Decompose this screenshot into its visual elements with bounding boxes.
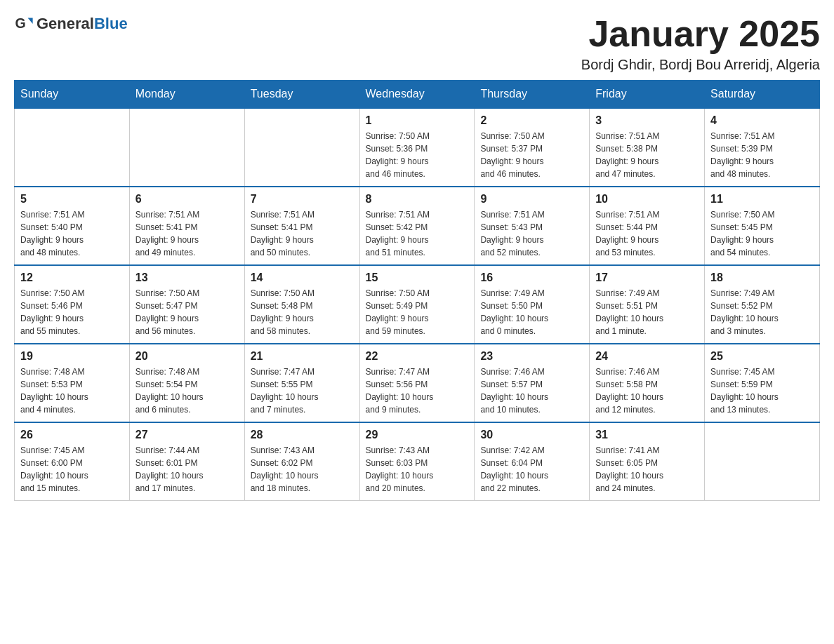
calendar-cell: 1Sunrise: 7:50 AM Sunset: 5:36 PM Daylig… [359,108,475,187]
day-number: 16 [480,271,583,284]
weekday-header-sunday: Sunday [15,81,130,109]
day-number: 18 [710,271,814,284]
calendar-cell: 18Sunrise: 7:49 AM Sunset: 5:52 PM Dayli… [705,265,820,344]
day-number: 20 [135,350,239,363]
day-info: Sunrise: 7:45 AM Sunset: 5:59 PM Dayligh… [710,365,814,416]
calendar-cell: 17Sunrise: 7:49 AM Sunset: 5:51 PM Dayli… [590,265,705,344]
day-number: 8 [366,193,469,206]
day-number: 14 [251,271,354,284]
logo-text-blue: Blue [94,15,128,33]
calendar-week-3: 12Sunrise: 7:50 AM Sunset: 5:46 PM Dayli… [15,265,820,344]
calendar-cell: 20Sunrise: 7:48 AM Sunset: 5:54 PM Dayli… [129,344,244,422]
day-info: Sunrise: 7:41 AM Sunset: 6:05 PM Dayligh… [595,444,699,495]
day-number: 9 [480,193,583,206]
day-number: 2 [480,114,583,127]
day-info: Sunrise: 7:49 AM Sunset: 5:52 PM Dayligh… [710,287,814,337]
day-info: Sunrise: 7:50 AM Sunset: 5:37 PM Dayligh… [480,130,583,180]
day-number: 23 [480,350,583,363]
calendar-cell: 28Sunrise: 7:43 AM Sunset: 6:02 PM Dayli… [244,422,359,501]
day-number: 21 [251,350,354,363]
day-info: Sunrise: 7:51 AM Sunset: 5:41 PM Dayligh… [135,208,239,259]
day-number: 11 [710,193,814,206]
calendar-cell: 3Sunrise: 7:51 AM Sunset: 5:38 PM Daylig… [590,108,705,187]
calendar-body: 1Sunrise: 7:50 AM Sunset: 5:36 PM Daylig… [15,108,820,501]
calendar-cell: 11Sunrise: 7:50 AM Sunset: 5:45 PM Dayli… [705,187,820,265]
svg-marker-1 [28,18,33,24]
day-info: Sunrise: 7:48 AM Sunset: 5:54 PM Dayligh… [135,365,239,416]
weekday-header-monday: Monday [129,81,244,109]
day-number: 12 [20,271,124,284]
day-number: 19 [20,350,124,363]
day-number: 6 [135,193,239,206]
day-info: Sunrise: 7:51 AM Sunset: 5:41 PM Dayligh… [251,208,354,259]
day-info: Sunrise: 7:50 AM Sunset: 5:47 PM Dayligh… [135,287,239,337]
weekday-header-friday: Friday [590,81,705,109]
weekday-header-tuesday: Tuesday [244,81,359,109]
day-number: 28 [251,429,354,441]
header: G General Blue January 2025 Bordj Ghdir,… [14,14,820,73]
day-info: Sunrise: 7:46 AM Sunset: 5:57 PM Dayligh… [480,365,583,416]
calendar-cell: 13Sunrise: 7:50 AM Sunset: 5:47 PM Dayli… [129,265,244,344]
day-info: Sunrise: 7:47 AM Sunset: 5:55 PM Dayligh… [251,365,354,416]
calendar-cell: 21Sunrise: 7:47 AM Sunset: 5:55 PM Dayli… [244,344,359,422]
day-info: Sunrise: 7:50 AM Sunset: 5:46 PM Dayligh… [20,287,124,337]
calendar-cell: 30Sunrise: 7:42 AM Sunset: 6:04 PM Dayli… [475,422,590,501]
day-number: 26 [20,429,124,441]
day-number: 3 [595,114,699,127]
calendar-cell: 5Sunrise: 7:51 AM Sunset: 5:40 PM Daylig… [15,187,130,265]
calendar-cell: 6Sunrise: 7:51 AM Sunset: 5:41 PM Daylig… [129,187,244,265]
day-info: Sunrise: 7:43 AM Sunset: 6:02 PM Dayligh… [251,444,354,495]
day-info: Sunrise: 7:51 AM Sunset: 5:43 PM Dayligh… [480,208,583,259]
calendar-title: January 2025 [581,14,820,54]
day-info: Sunrise: 7:49 AM Sunset: 5:51 PM Dayligh… [595,287,699,337]
day-number: 10 [595,193,699,206]
day-info: Sunrise: 7:51 AM Sunset: 5:42 PM Dayligh… [366,208,469,259]
day-info: Sunrise: 7:51 AM Sunset: 5:38 PM Dayligh… [595,130,699,180]
day-number: 4 [710,114,814,127]
day-number: 1 [366,114,469,127]
logo: G General Blue [14,14,128,34]
weekday-header-wednesday: Wednesday [359,81,475,109]
calendar-cell: 14Sunrise: 7:50 AM Sunset: 5:48 PM Dayli… [244,265,359,344]
day-number: 29 [366,429,469,441]
day-info: Sunrise: 7:44 AM Sunset: 6:01 PM Dayligh… [135,444,239,495]
calendar-cell [244,108,359,187]
day-info: Sunrise: 7:43 AM Sunset: 6:03 PM Dayligh… [366,444,469,495]
calendar-cell: 12Sunrise: 7:50 AM Sunset: 5:46 PM Dayli… [15,265,130,344]
day-info: Sunrise: 7:50 AM Sunset: 5:45 PM Dayligh… [710,208,814,259]
calendar-cell: 23Sunrise: 7:46 AM Sunset: 5:57 PM Dayli… [475,344,590,422]
day-info: Sunrise: 7:50 AM Sunset: 5:49 PM Dayligh… [366,287,469,337]
calendar-cell [129,108,244,187]
day-info: Sunrise: 7:50 AM Sunset: 5:36 PM Dayligh… [366,130,469,180]
title-area: January 2025 Bordj Ghdir, Bordj Bou Arre… [581,14,820,73]
day-number: 5 [20,193,124,206]
day-number: 27 [135,429,239,441]
calendar-cell: 25Sunrise: 7:45 AM Sunset: 5:59 PM Dayli… [705,344,820,422]
calendar-week-4: 19Sunrise: 7:48 AM Sunset: 5:53 PM Dayli… [15,344,820,422]
day-number: 13 [135,271,239,284]
day-number: 7 [251,193,354,206]
day-info: Sunrise: 7:47 AM Sunset: 5:56 PM Dayligh… [366,365,469,416]
day-number: 31 [595,429,699,441]
calendar-cell: 15Sunrise: 7:50 AM Sunset: 5:49 PM Dayli… [359,265,475,344]
calendar-cell: 16Sunrise: 7:49 AM Sunset: 5:50 PM Dayli… [475,265,590,344]
day-number: 24 [595,350,699,363]
calendar-cell: 9Sunrise: 7:51 AM Sunset: 5:43 PM Daylig… [475,187,590,265]
day-number: 22 [366,350,469,363]
day-info: Sunrise: 7:46 AM Sunset: 5:58 PM Dayligh… [595,365,699,416]
day-info: Sunrise: 7:51 AM Sunset: 5:44 PM Dayligh… [595,208,699,259]
day-info: Sunrise: 7:45 AM Sunset: 6:00 PM Dayligh… [20,444,124,495]
calendar-cell: 27Sunrise: 7:44 AM Sunset: 6:01 PM Dayli… [129,422,244,501]
day-info: Sunrise: 7:50 AM Sunset: 5:48 PM Dayligh… [251,287,354,337]
svg-text:G: G [15,15,25,31]
calendar-cell: 19Sunrise: 7:48 AM Sunset: 5:53 PM Dayli… [15,344,130,422]
day-info: Sunrise: 7:51 AM Sunset: 5:39 PM Dayligh… [710,130,814,180]
day-number: 30 [480,429,583,441]
calendar-table: SundayMondayTuesdayWednesdayThursdayFrid… [14,80,820,501]
day-info: Sunrise: 7:51 AM Sunset: 5:40 PM Dayligh… [20,208,124,259]
calendar-subtitle: Bordj Ghdir, Bordj Bou Arreridj, Algeria [581,57,820,73]
weekday-header-saturday: Saturday [705,81,820,109]
logo-icon: G [14,14,34,34]
calendar-cell: 31Sunrise: 7:41 AM Sunset: 6:05 PM Dayli… [590,422,705,501]
calendar-header: SundayMondayTuesdayWednesdayThursdayFrid… [15,81,820,109]
